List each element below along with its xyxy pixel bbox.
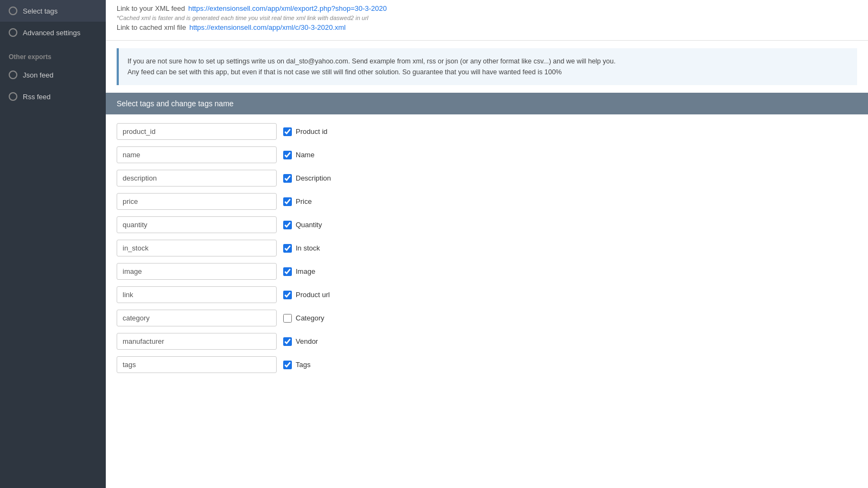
top-section: Link to your XML feed https://extensions… [106, 0, 868, 41]
tag-label-link: Product url [296, 291, 330, 299]
tag-checkbox-in_stock[interactable] [283, 244, 292, 253]
cached-url-link[interactable]: https://extensionsell.com/app/xml/c/30-3… [189, 23, 346, 31]
info-box: If you are not sure how to set up settin… [117, 48, 857, 85]
tag-input-category[interactable] [117, 310, 277, 326]
sidebar-item-rss-feed[interactable]: Rss feed [0, 86, 106, 107]
sidebar-item-label: Rss feed [23, 93, 50, 101]
tag-row: Quantity [117, 216, 857, 233]
xml-link-row: Link to your XML feed https://extensions… [117, 4, 857, 12]
tag-label-name: Name [296, 151, 315, 159]
tag-label-price: Price [296, 197, 312, 206]
sidebar-item-label: Json feed [23, 71, 53, 79]
tag-checkbox-wrap: Quantity [283, 221, 322, 229]
sidebar: Select tags Advanced settings Other expo… [0, 0, 106, 488]
info-line-2: Any feed can be set with this app, but e… [127, 67, 848, 78]
tag-row: Name [117, 146, 857, 163]
tag-input-in_stock[interactable] [117, 240, 277, 256]
tag-input-manufacturer[interactable] [117, 333, 277, 350]
tag-input-description[interactable] [117, 170, 277, 187]
tag-checkbox-name[interactable] [283, 151, 292, 159]
tag-label-in_stock: In stock [296, 244, 320, 252]
sidebar-item-select-tags[interactable]: Select tags [0, 0, 106, 22]
tag-checkbox-wrap: Tags [283, 361, 310, 369]
tag-input-tags[interactable] [117, 356, 277, 373]
json-feed-circle [9, 70, 17, 79]
tag-checkbox-manufacturer[interactable] [283, 337, 292, 346]
tag-row: Image [117, 263, 857, 280]
tag-label-image: Image [296, 267, 315, 275]
sidebar-item-label: Select tags [23, 7, 58, 15]
tag-input-product_id[interactable] [117, 123, 277, 140]
cached-link-label: Link to cached xml file [117, 23, 186, 31]
tag-input-quantity[interactable] [117, 216, 277, 233]
tag-row: Category [117, 310, 857, 326]
tag-input-link[interactable] [117, 286, 277, 303]
tag-label-tags: Tags [296, 361, 310, 369]
section-header: Select tags and change tags name [106, 93, 868, 114]
tag-checkbox-wrap: Vendor [283, 337, 318, 346]
tag-checkbox-tags[interactable] [283, 361, 292, 369]
tag-label-quantity: Quantity [296, 221, 322, 229]
tag-row: Tags [117, 356, 857, 373]
cached-link-row: Link to cached xml file https://extensio… [117, 23, 857, 31]
tag-row: Price [117, 193, 857, 210]
sidebar-item-advanced-settings[interactable]: Advanced settings [0, 22, 106, 43]
tag-checkbox-image[interactable] [283, 267, 292, 276]
rss-feed-circle [9, 92, 17, 101]
tag-input-name[interactable] [117, 146, 277, 163]
other-exports-label: Other exports [0, 43, 106, 64]
tag-checkbox-wrap: Description [283, 174, 331, 183]
tag-row: In stock [117, 240, 857, 256]
xml-link-label: Link to your XML feed [117, 4, 185, 12]
tag-checkbox-product_id[interactable] [283, 127, 292, 136]
tag-label-category: Category [296, 314, 324, 322]
tag-checkbox-wrap: In stock [283, 244, 320, 253]
sidebar-item-label: Advanced settings [23, 29, 80, 37]
select-tags-circle [9, 7, 17, 15]
tag-input-image[interactable] [117, 263, 277, 280]
tag-checkbox-wrap: Image [283, 267, 315, 276]
tag-checkbox-category[interactable] [283, 314, 292, 323]
tags-form: Product idNameDescriptionPriceQuantityIn… [106, 114, 868, 388]
tag-row: Product url [117, 286, 857, 303]
main-content: Link to your XML feed https://extensions… [106, 0, 868, 488]
tag-checkbox-quantity[interactable] [283, 221, 292, 229]
tag-checkbox-link[interactable] [283, 291, 292, 299]
sidebar-item-json-feed[interactable]: Json feed [0, 64, 106, 86]
tag-row: Product id [117, 123, 857, 140]
tag-input-price[interactable] [117, 193, 277, 210]
tag-label-product_id: Product id [296, 127, 328, 136]
tag-checkbox-wrap: Name [283, 151, 315, 159]
xml-url-link[interactable]: https://extensionsell.com/app/xml/export… [188, 4, 387, 12]
tag-label-description: Description [296, 174, 331, 182]
tag-label-manufacturer: Vendor [296, 337, 318, 345]
info-line-1: If you are not sure how to set up settin… [127, 56, 848, 67]
tag-checkbox-description[interactable] [283, 174, 292, 183]
tag-checkbox-wrap: Product id [283, 127, 328, 136]
cached-note: *Cached xml is faster and is generated e… [117, 15, 857, 21]
tag-checkbox-wrap: Product url [283, 291, 330, 299]
tag-checkbox-wrap: Category [283, 314, 324, 323]
tag-row: Description [117, 170, 857, 187]
tag-row: Vendor [117, 333, 857, 350]
tag-checkbox-price[interactable] [283, 197, 292, 206]
tag-checkbox-wrap: Price [283, 197, 312, 206]
advanced-settings-circle [9, 28, 17, 37]
